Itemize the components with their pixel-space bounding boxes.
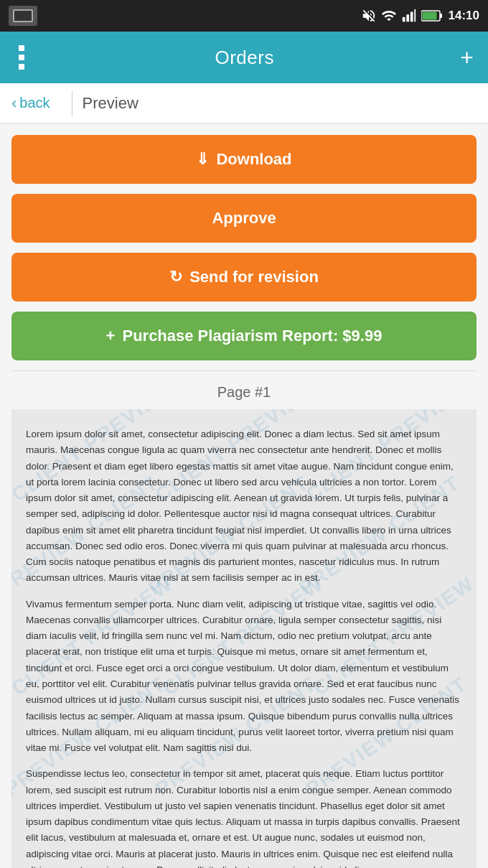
nav-row: ‹ back Preview <box>0 83 488 123</box>
menu-dot-2 <box>19 55 24 60</box>
svg-rect-0 <box>402 17 405 22</box>
page-title: Preview <box>83 94 139 113</box>
screen-icon <box>13 9 33 22</box>
app-title: Orders <box>215 47 273 69</box>
send-revision-label: Send for revision <box>189 268 319 286</box>
plagiarism-button[interactable]: + Purchase Plagiarism Report: $9.99 <box>11 312 477 360</box>
app-bar: Orders + <box>0 32 488 83</box>
svg-rect-3 <box>414 9 416 22</box>
menu-dot-1 <box>19 45 24 51</box>
svg-rect-6 <box>422 12 436 20</box>
download-label: Download <box>216 150 291 169</box>
back-chevron-icon: ‹ <box>11 94 17 113</box>
plagiarism-label: Purchase Plagiarism Report: $9.99 <box>122 327 382 345</box>
doc-paragraph-1: Lorem ipsum dolor sit amet, consectetur … <box>26 426 462 587</box>
status-bar-right: 14:10 <box>361 8 479 24</box>
download-icon: ⇓ <box>196 150 209 169</box>
plus-icon: + <box>106 327 116 345</box>
time-display: 14:10 <box>449 9 479 23</box>
menu-dot-3 <box>19 64 24 70</box>
mute-icon <box>361 8 377 24</box>
signal-icon <box>401 8 417 24</box>
download-button[interactable]: ⇓ Download <box>11 135 477 184</box>
menu-button[interactable] <box>14 41 29 74</box>
add-button[interactable]: + <box>460 46 474 69</box>
send-revision-button[interactable]: ↻ Send for revision <box>11 253 477 302</box>
main-content: ⇓ Download Approve ↻ Send for revision +… <box>0 123 488 868</box>
revision-icon: ↻ <box>169 268 182 286</box>
svg-rect-2 <box>410 12 413 22</box>
doc-paragraph-2: Vivamus fermentum semper porta. Nunc dia… <box>26 597 462 757</box>
status-bar: 14:10 <box>0 0 488 32</box>
back-button[interactable]: ‹ back <box>11 94 62 113</box>
doc-paragraph-3: Suspendisse lectus leo, consectetur in t… <box>26 766 462 868</box>
approve-button[interactable]: Approve <box>11 194 477 243</box>
status-icons <box>361 8 443 24</box>
wifi-icon <box>381 8 397 24</box>
page-label: Page #1 <box>217 384 271 400</box>
svg-rect-5 <box>440 14 442 18</box>
page-label-row: Page #1 <box>11 370 477 409</box>
svg-rect-1 <box>406 14 409 22</box>
approve-label: Approve <box>212 209 276 228</box>
preview-document: CLIENT PREVIEW CLIENT PREVIEW CLIENT PRE… <box>11 409 477 868</box>
battery-icon <box>421 9 443 22</box>
document-text: Lorem ipsum dolor sit amet, consectetur … <box>26 426 462 868</box>
back-label: back <box>19 95 50 111</box>
nav-divider <box>72 90 72 116</box>
status-bar-app-icon <box>9 6 37 26</box>
